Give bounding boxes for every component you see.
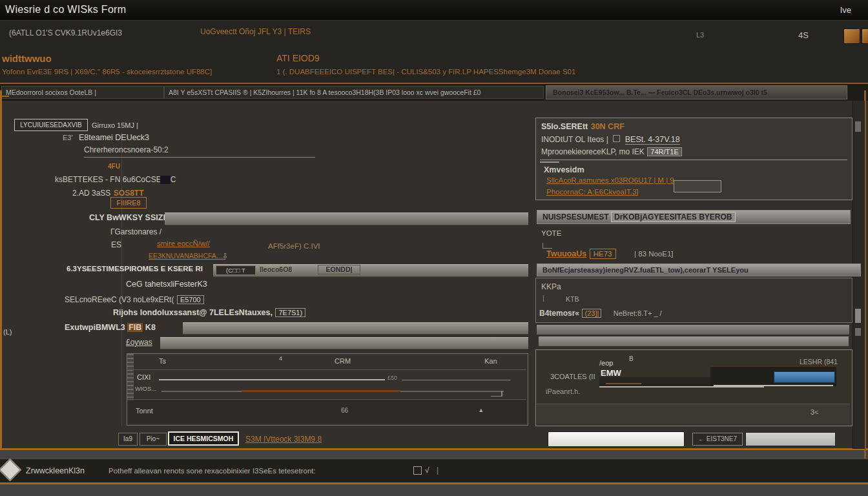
bar1-input[interactable] bbox=[165, 212, 528, 225]
primary-action-button[interactable]: ICE HESMICSMOH bbox=[168, 431, 239, 446]
filter-button[interactable]: FIIIRE8 bbox=[110, 197, 147, 209]
table-row-1-line-b bbox=[402, 380, 510, 380]
scroll-mark-2 bbox=[855, 309, 861, 323]
header-left-subtitle: Yofonn EvrE3E 9RS | X69/C.'' 86R5 - skoc… bbox=[2, 68, 212, 76]
bar4-label: £oywas bbox=[126, 338, 152, 347]
form-link-1[interactable]: smire eoccÑ/w// bbox=[157, 240, 210, 247]
kkpa-row-side: NeBret:8.T+ _ / bbox=[614, 309, 662, 317]
table-footer-divider bbox=[127, 399, 526, 400]
bottom-input-field[interactable] bbox=[548, 431, 685, 447]
sidebar-bar-2[interactable]: BoNfEcjarsteasay)ienegRVZ.fuaETL_tow),ce… bbox=[537, 264, 861, 276]
note-label: YOTE bbox=[541, 229, 561, 237]
table-row-1-label[interactable]: CIXI bbox=[137, 373, 150, 381]
sidebar-divider bbox=[540, 160, 847, 160]
form-link-2[interactable]: EE3KNUVANABHCFA..... bbox=[149, 252, 225, 260]
sidebar-row-1-text: INODtUT OL Iteos | bbox=[541, 135, 608, 144]
sidebar-bar-1-b: DrKOBjAGYEESITAES BYEROB bbox=[611, 212, 735, 222]
field-chip-side-label: Girruxo 15MJ | bbox=[92, 121, 138, 129]
titlebar-accent-icon-2[interactable] bbox=[862, 28, 868, 44]
row1-prefix-icon: E3' bbox=[63, 134, 73, 141]
selected-field-chip[interactable]: LYCUIUIESEDAXVIB bbox=[14, 119, 88, 131]
lower-label-1: /eop bbox=[599, 359, 613, 367]
bar2-button-1[interactable]: (C□□ T bbox=[216, 265, 256, 275]
window-title: Wiesrie d co WISks Form bbox=[5, 4, 126, 16]
lower-footer-count: 3< bbox=[811, 408, 819, 416]
sidebar-band-2[interactable] bbox=[539, 336, 849, 346]
table-header-3[interactable]: CRM bbox=[335, 357, 351, 365]
menubar bbox=[0, 20, 868, 46]
bar3-label-a: ExutwpiBMWL3 bbox=[65, 323, 125, 332]
action-button-1[interactable]: Ia9 bbox=[118, 433, 138, 446]
sidebar-title-text: S5lo.SEREtt bbox=[541, 122, 588, 131]
kkpa-row: B4temosr« (23]| NeBret:8.T+ _ / bbox=[539, 307, 662, 318]
sidebar-divider-tick bbox=[540, 161, 559, 163]
sidebar-link-1[interactable]: SllcAcoR.asmunes x03RO6U17 | M | 9 bbox=[546, 176, 674, 184]
frame-bottom bbox=[0, 448, 868, 450]
bar3-label: ExutwpiBMWL3 FIB K8 bbox=[65, 323, 156, 332]
arrow-down-icon[interactable]: ⇩ bbox=[222, 252, 228, 260]
titlebar-accent-icon[interactable] bbox=[843, 28, 860, 44]
sidebar-link-2[interactable]: PhocornaC: A:E6CkvoaIT.3] bbox=[546, 188, 639, 196]
form-row-1: E8teamei DEUeck3 bbox=[79, 133, 149, 142]
table-header-2[interactable]: 4 bbox=[279, 355, 282, 362]
es-label: ES bbox=[111, 240, 121, 249]
bar3-label-c: K8 bbox=[145, 323, 156, 332]
toolbar-segment-1[interactable]: MEdoorrorol socixos OoteLB | bbox=[1, 86, 164, 99]
sort-arrow-icon[interactable]: ▴ bbox=[479, 406, 483, 414]
header-left-title: widttwwuo bbox=[2, 53, 52, 64]
status-message: Potheff alleavan renots sone rexacobinix… bbox=[108, 467, 316, 475]
cancel-button[interactable]: ← EIST3NE7 bbox=[692, 433, 743, 446]
menubar-indicator-l3: L3 bbox=[696, 31, 704, 39]
form-row-7: Rijohs londoluxssanst@ 7LELEsNtauxes, 7E… bbox=[113, 306, 305, 318]
lower-field-label: 3COATLES (II bbox=[550, 373, 595, 380]
action-note-link[interactable]: S3M IVtteock 3I3M9.8 bbox=[245, 435, 322, 444]
sidebar-bar-1[interactable]: NUISPSESUMEST DrKOBjAGYEESITAES BYEROB bbox=[537, 210, 851, 224]
secondary-button[interactable] bbox=[745, 432, 836, 446]
bar3-input[interactable] bbox=[183, 322, 528, 335]
group-label: ГGarstonares / bbox=[110, 227, 161, 236]
menubar-left-text: (6ATLL O1'S CVK9.1RUv1e6GI3 bbox=[9, 28, 122, 37]
note-tag-badge[interactable]: HE73 bbox=[590, 249, 616, 259]
bar2-button-2[interactable]: Ileoco6O8 bbox=[260, 265, 292, 273]
row7-tag: 7E7S1) bbox=[275, 308, 305, 317]
progress-underline bbox=[714, 385, 833, 386]
mini-accent-label: 4FU bbox=[108, 163, 120, 170]
status-pipe: | bbox=[437, 466, 439, 475]
table-header-1[interactable]: Ts bbox=[159, 357, 166, 365]
status-box-icon[interactable] bbox=[413, 466, 422, 475]
table-row-1-mid: £50 bbox=[388, 375, 397, 381]
kkpa-row-tag: (23]| bbox=[582, 309, 601, 318]
menubar-center-text[interactable]: UoGveectt Oñoj JFL Y3 | TEIRS bbox=[200, 27, 311, 36]
form-row-3: ksBETTEKES - FN 6u6CoCSE.FIC bbox=[55, 175, 176, 184]
toolbar-segment-3[interactable]: Bonosei3 KcE953ow... B.Te... — Feuico3CL… bbox=[546, 85, 847, 99]
sidebar-mini-input[interactable] bbox=[674, 180, 721, 192]
table-footer-count: 66 bbox=[341, 407, 348, 414]
menubar-indicator-4s: 4S bbox=[798, 30, 809, 40]
action-button-2[interactable]: Pio~ bbox=[140, 433, 167, 446]
kkpa-row-text: B4temosr« bbox=[539, 309, 579, 318]
note-tag-link[interactable]: TwuuoaUs bbox=[546, 249, 586, 258]
table-header-divider bbox=[127, 369, 526, 370]
kkpa-title: KKPa bbox=[541, 282, 561, 291]
lower-label-2: B bbox=[629, 355, 634, 362]
sidebar-bar-1-a: NUISPSESUMEST bbox=[542, 212, 609, 222]
progress-bar[interactable] bbox=[774, 371, 835, 383]
row4-text: 2.AD 3aSS bbox=[72, 189, 110, 198]
header-center-title: ATI EIOD9 bbox=[276, 53, 320, 63]
kkpa-sub: KTB bbox=[566, 295, 579, 303]
sidebar-title-accent: 30N CRF bbox=[591, 122, 625, 131]
table-footer bbox=[127, 400, 526, 424]
bar2-button-3[interactable]: EONDD| bbox=[318, 265, 360, 274]
sidebar-row-2-tag: 74R/T1E bbox=[647, 147, 681, 156]
sidebar-band-1[interactable] bbox=[537, 325, 849, 335]
titlebar-right-label: Ive bbox=[840, 5, 851, 15]
frame-left bbox=[0, 90, 2, 450]
table-row-2-label[interactable]: WIOS... bbox=[135, 385, 156, 392]
form-row-5: CeG tahetsxliFesterK3 bbox=[126, 280, 207, 289]
bar4-input[interactable] bbox=[160, 337, 528, 349]
page-header bbox=[0, 45, 868, 84]
status-check-icon: √ bbox=[425, 466, 429, 475]
toolbar-segment-2[interactable]: A8I Y e5sXSTt CPASIIS ® | K5ZIhourres | … bbox=[164, 86, 544, 99]
table-header-4[interactable]: Kan bbox=[484, 357, 497, 365]
sidebar-section-title: Xmvesidm bbox=[544, 165, 584, 174]
